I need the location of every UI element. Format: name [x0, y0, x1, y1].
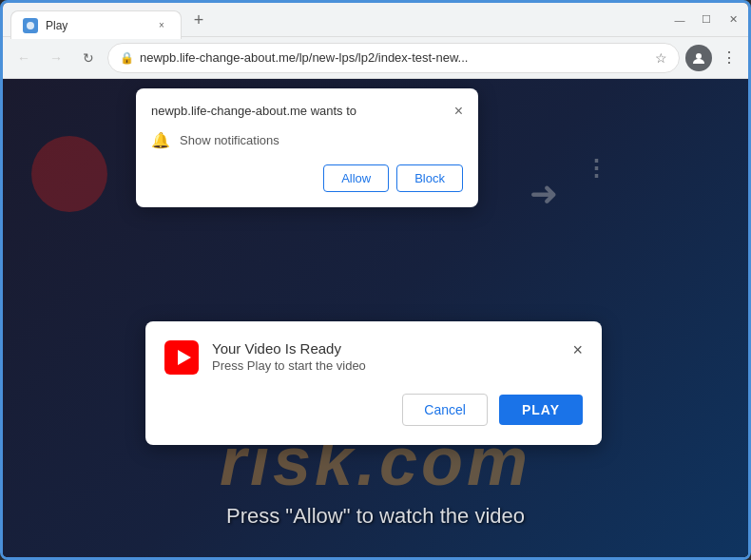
notif-buttons: Allow Block	[151, 164, 463, 192]
content-area: ➜ ⋮ risk.com Press "Allow" to watch the …	[3, 79, 748, 557]
tab-title: Play	[46, 19, 146, 32]
video-ready-subtitle: Press Play to start the video	[212, 358, 366, 373]
video-popup-buttons: Cancel PLAY	[164, 394, 583, 426]
tab-favicon	[23, 18, 38, 33]
window-controls: — ☐ ✕	[672, 13, 741, 26]
play-button[interactable]: PLAY	[499, 395, 583, 425]
new-tab-button[interactable]: +	[185, 7, 212, 33]
notif-permission-row: 🔔 Show notifications	[151, 130, 463, 149]
address-bar[interactable]: 🔒 newpb.life-change-about.me/lp/new-lps/…	[107, 43, 680, 73]
address-text: newpb.life-change-about.me/lp/new-lps/lp…	[140, 50, 649, 65]
video-popup-close-button[interactable]: ×	[572, 340, 583, 360]
video-popup-header: Your Video Is Ready Press Play to start …	[164, 340, 583, 375]
notif-permission-text: Show notifications	[180, 133, 279, 147]
youtube-icon	[164, 340, 199, 375]
notification-permission-popup: newpb.life-change-about.me wants to × 🔔 …	[136, 88, 478, 207]
svg-point-1	[696, 53, 702, 59]
svg-point-0	[27, 22, 34, 29]
block-button[interactable]: Block	[396, 164, 463, 192]
cancel-button[interactable]: Cancel	[402, 394, 488, 426]
back-button[interactable]: ←	[10, 45, 37, 71]
lock-icon: 🔒	[120, 51, 134, 65]
profile-button[interactable]	[685, 45, 712, 71]
forward-button[interactable]: →	[43, 45, 69, 71]
video-popup-texts: Your Video Is Ready Press Play to start …	[212, 340, 366, 373]
video-popup-content: Your Video Is Ready Press Play to start …	[164, 340, 565, 375]
notif-header: newpb.life-change-about.me wants to ×	[151, 104, 463, 119]
bell-icon: 🔔	[151, 130, 170, 149]
allow-button[interactable]: Allow	[323, 164, 389, 192]
chrome-menu-button[interactable]: ⋮	[718, 45, 741, 70]
close-window-button[interactable]: ✕	[725, 13, 741, 26]
bg-circle-decoration	[31, 136, 107, 212]
nav-bar: ← → ↻ 🔒 newpb.life-change-about.me/lp/ne…	[3, 37, 748, 79]
maximize-button[interactable]: ☐	[699, 13, 714, 26]
video-ready-popup: Your Video Is Ready Press Play to start …	[145, 321, 602, 445]
tab-close-button[interactable]: ×	[154, 18, 169, 33]
arrow-right-decoration: ➜	[530, 174, 558, 214]
video-ready-title: Your Video Is Ready	[212, 340, 366, 357]
notif-close-button[interactable]: ×	[454, 104, 463, 119]
dots-decoration: ⋮	[585, 155, 606, 182]
title-bar: Play × + — ☐ ✕	[3, 3, 748, 37]
browser-window: Play × + — ☐ ✕ ← → ↻ 🔒 newpb.life-change…	[0, 0, 751, 560]
minimize-button[interactable]: —	[672, 14, 687, 26]
bottom-instruction-text: Press "Allow" to watch the video	[3, 504, 748, 529]
bookmark-star-icon[interactable]: ☆	[655, 50, 667, 66]
notif-site-text: newpb.life-change-about.me wants to	[151, 104, 356, 118]
active-tab[interactable]: Play ×	[10, 10, 182, 39]
reload-button[interactable]: ↻	[75, 45, 102, 71]
tab-area: Play × +	[10, 3, 664, 36]
